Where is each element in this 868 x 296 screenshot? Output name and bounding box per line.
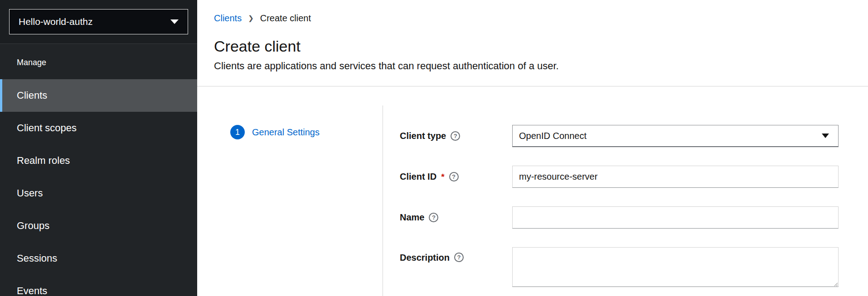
breadcrumb-clients-link[interactable]: Clients: [214, 13, 242, 24]
question-circle-icon[interactable]: ?: [449, 172, 459, 181]
client-type-selected-value: OpenID Connect: [519, 131, 587, 141]
wizard-step-general-settings[interactable]: 1 General Settings: [230, 125, 383, 139]
caret-down-icon: [822, 134, 829, 138]
client-id-label-group: Client ID * ?: [400, 166, 512, 188]
page-header: Clients ❯ Create client Create client Cl…: [197, 0, 868, 72]
realm-selector-dropdown[interactable]: Hello-world-authz: [9, 9, 188, 34]
description-label-group: Description ?: [400, 247, 512, 287]
client-type-label-group: Client type ?: [400, 125, 512, 147]
form-row-client-type: Client type ? OpenID Connect: [400, 125, 839, 147]
app-window: Hello-world-authz Manage Clients Client …: [0, 0, 868, 296]
realm-selector-area: Hello-world-authz: [0, 0, 197, 44]
required-indicator: *: [441, 172, 444, 182]
wizard-steps-nav: 1 General Settings: [197, 105, 383, 296]
wizard-content: 1 General Settings Client type ? OpenID …: [197, 105, 868, 296]
nav-item-label: Events: [17, 285, 47, 296]
realm-name: Hello-world-authz: [19, 16, 92, 27]
caret-down-icon: [170, 19, 179, 24]
description-textarea[interactable]: [512, 247, 839, 287]
sidebar-item-client-scopes[interactable]: Client scopes: [0, 112, 197, 144]
sidebar: Hello-world-authz Manage Clients Client …: [0, 0, 197, 296]
nav-item-label: Users: [17, 187, 43, 199]
form-row-description: Description ?: [400, 247, 839, 287]
form-row-client-id: Client ID * ?: [400, 166, 839, 188]
breadcrumb-current-page: Create client: [260, 13, 311, 24]
nav-item-label: Sessions: [17, 253, 57, 264]
description-label: Description: [400, 253, 450, 263]
sidebar-item-events[interactable]: Events: [0, 275, 197, 296]
client-id-input[interactable]: [512, 166, 839, 188]
page-title: Create client: [214, 37, 851, 55]
question-circle-icon[interactable]: ?: [429, 213, 438, 222]
question-circle-icon[interactable]: ?: [454, 253, 464, 262]
name-input[interactable]: [512, 206, 839, 229]
question-circle-icon[interactable]: ?: [451, 131, 460, 141]
client-type-label: Client type: [400, 131, 446, 141]
main-content: Clients ❯ Create client Create client Cl…: [197, 0, 868, 296]
nav-item-label: Groups: [17, 220, 49, 231]
sidebar-item-sessions[interactable]: Sessions: [0, 242, 197, 275]
nav-section-title-manage: Manage: [0, 44, 197, 79]
nav-list: Clients Client scopes Realm roles Users …: [0, 79, 197, 296]
sidebar-item-clients[interactable]: Clients: [0, 79, 197, 112]
name-label: Name: [400, 212, 424, 223]
form-row-name: Name ?: [400, 206, 839, 229]
angle-right-icon: ❯: [248, 13, 254, 24]
nav-item-label: Client scopes: [17, 122, 77, 134]
sidebar-item-groups[interactable]: Groups: [0, 210, 197, 242]
page-subtitle: Clients are applications and services th…: [214, 60, 851, 72]
sidebar-item-users[interactable]: Users: [0, 177, 197, 210]
sidebar-item-realm-roles[interactable]: Realm roles: [0, 144, 197, 177]
client-id-label: Client ID: [400, 172, 436, 182]
client-type-select[interactable]: OpenID Connect: [512, 125, 839, 147]
header-divider: [197, 86, 868, 86]
sidebar-nav: Manage Clients Client scopes Realm roles…: [0, 44, 197, 296]
breadcrumb: Clients ❯ Create client: [214, 13, 851, 24]
nav-item-label: Realm roles: [17, 155, 70, 166]
name-label-group: Name ?: [400, 206, 512, 229]
step-label: General Settings: [252, 127, 320, 138]
create-client-form: Client type ? OpenID Connect Client ID *…: [383, 105, 839, 296]
nav-item-label: Clients: [17, 90, 47, 101]
step-number-badge: 1: [230, 125, 245, 139]
